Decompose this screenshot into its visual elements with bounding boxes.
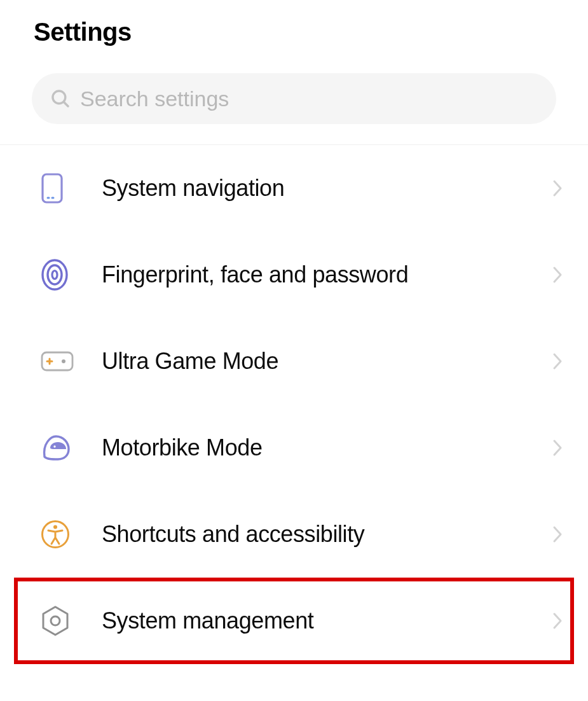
search-bar[interactable] (32, 73, 556, 124)
item-label: Ultra Game Mode (102, 348, 545, 375)
accessibility-icon (41, 520, 79, 549)
item-motorbike-mode[interactable]: Motorbike Mode (0, 405, 588, 491)
search-container (0, 46, 588, 124)
search-input[interactable] (80, 87, 538, 111)
chevron-right-icon (545, 179, 570, 198)
settings-page: Settings System navigation (0, 0, 588, 701)
item-system-navigation[interactable]: System navigation (0, 145, 588, 232)
item-fingerprint-face-password[interactable]: Fingerprint, face and password (0, 232, 588, 318)
item-ultra-game-mode[interactable]: Ultra Game Mode (0, 318, 588, 405)
svg-point-5 (48, 265, 62, 284)
svg-point-13 (53, 525, 57, 529)
svg-marker-14 (43, 607, 67, 635)
svg-point-11 (53, 445, 55, 447)
item-system-management[interactable]: System management (14, 578, 574, 664)
phone-nav-icon (41, 173, 79, 204)
fingerprint-icon (41, 258, 79, 291)
chevron-right-icon (545, 611, 570, 630)
helmet-icon (41, 434, 79, 462)
gear-hex-icon (41, 605, 79, 637)
settings-list: System navigation Fingerprint, face and … (0, 145, 588, 664)
search-icon (50, 88, 71, 109)
chevron-right-icon (545, 525, 570, 544)
page-title: Settings (0, 0, 588, 46)
item-shortcuts-accessibility[interactable]: Shortcuts and accessibility (0, 491, 588, 578)
svg-point-10 (62, 359, 65, 363)
item-label: System navigation (102, 175, 545, 202)
item-label: Fingerprint, face and password (102, 261, 545, 288)
item-label: Motorbike Mode (102, 434, 545, 461)
chevron-right-icon (545, 265, 570, 284)
svg-point-6 (52, 271, 57, 279)
gamepad-icon (41, 350, 79, 373)
chevron-right-icon (545, 438, 570, 457)
chevron-right-icon (545, 352, 570, 371)
item-label: Shortcuts and accessibility (102, 521, 545, 548)
item-label: System management (102, 607, 545, 634)
svg-line-1 (64, 102, 68, 106)
